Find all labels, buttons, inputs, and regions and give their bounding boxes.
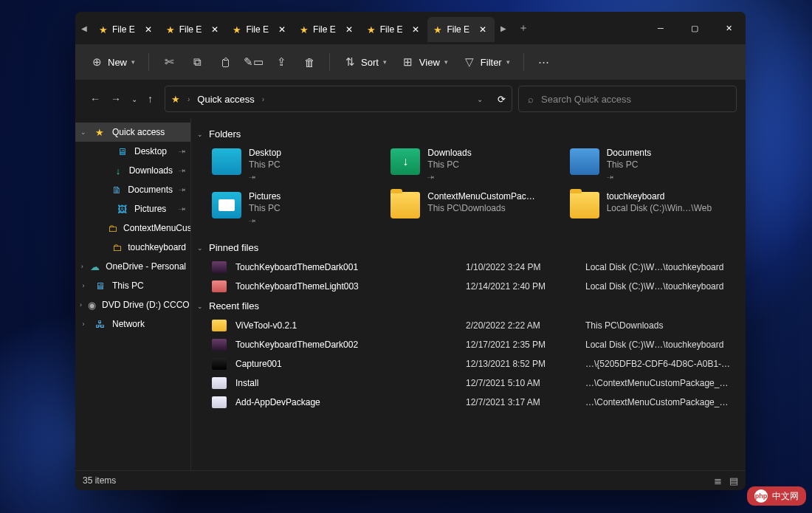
tab-label: File E: [112, 24, 135, 35]
sidebar-item[interactable]: ›🖥︎This PC: [75, 276, 190, 295]
chevron-icon: ›: [80, 301, 82, 309]
file-row[interactable]: TouchKeyboardThemeDark0011/10/2022 3:24 …: [197, 258, 734, 277]
sort-button[interactable]: ⇅ Sort ▾: [337, 51, 393, 73]
folder-item[interactable]: 🖼︎PicturesThis PC📌︎: [212, 190, 376, 227]
up-button[interactable]: ↑: [148, 93, 153, 105]
close-icon[interactable]: ✕: [340, 22, 358, 37]
pin-icon: 📌︎: [177, 185, 188, 196]
file-date: 12/13/2021 8:52 PM: [466, 359, 577, 369]
file-row[interactable]: Capture00112/13/2021 8:52 PM…\{5205DFB2-…: [197, 354, 734, 373]
tab[interactable]: ★ File E ✕: [294, 17, 361, 42]
close-icon[interactable]: ✕: [206, 22, 224, 37]
refresh-button[interactable]: ⟳: [498, 94, 506, 105]
sidebar-item[interactable]: 🗎Documents📌︎: [75, 180, 190, 199]
file-name: TouchKeyboardThemeDark002: [235, 340, 457, 350]
share-icon: ⇪: [275, 55, 288, 69]
pictures-icon: 🖼︎: [115, 203, 128, 215]
sidebar-item[interactable]: 🖼︎Pictures📌︎: [75, 199, 190, 218]
address-bar[interactable]: ★ › Quick access › ⌄ ⟳: [165, 86, 512, 112]
file-row[interactable]: ViVeTool-v0.2.12/20/2022 2:22 AMThis PC\…: [197, 316, 734, 335]
tab[interactable]: ★ File E ✕: [361, 17, 428, 42]
group-label: Recent files: [209, 300, 259, 311]
details-view-button[interactable]: ≣: [714, 475, 722, 486]
sidebar-item[interactable]: ›◉DVD Drive (D:) CCCO: [75, 295, 190, 314]
back-button[interactable]: ←: [90, 93, 100, 105]
sidebar-label: Quick access: [112, 127, 165, 137]
sidebar-item[interactable]: 🗀ContextMenuCust: [75, 218, 190, 238]
minimize-button[interactable]: ─: [644, 16, 678, 40]
file-row[interactable]: TouchKeyboardThemeLight00312/14/2021 2:4…: [197, 277, 734, 296]
address-dropdown[interactable]: ⌄: [477, 95, 483, 103]
sidebar-item[interactable]: ›☁OneDrive - Personal: [75, 257, 190, 276]
cut-button[interactable]: ✄: [156, 51, 182, 73]
sidebar-item[interactable]: ↓Downloads📌︎: [75, 161, 190, 180]
sidebar-item[interactable]: 🖥︎Desktop📌︎: [75, 142, 190, 161]
titlebar: ◀ ★ File E ✕ ★ File E ✕ ★ File E ✕ ★ Fil…: [75, 12, 746, 44]
close-icon[interactable]: ✕: [273, 22, 291, 37]
view-button[interactable]: ⊞ View ▾: [396, 51, 454, 73]
filter-icon: ▽: [463, 55, 476, 69]
folder-name: touchkeyboard: [607, 190, 712, 202]
folder-name: Desktop: [249, 147, 281, 159]
paste-button[interactable]: 📋︎: [213, 52, 238, 73]
delete-button[interactable]: 🗑︎: [297, 52, 322, 73]
file-date: 2/20/2022 2:22 AM: [466, 320, 577, 331]
tab-label: File E: [380, 24, 403, 35]
navbar: ← → ⌄ ↑ ★ › Quick access › ⌄ ⟳ ⌕ Search …: [75, 80, 746, 118]
close-icon[interactable]: ✕: [407, 22, 424, 37]
search-input[interactable]: ⌕ Search Quick access: [518, 86, 737, 112]
more-button[interactable]: ⋯: [531, 51, 557, 73]
share-button[interactable]: ⇪: [269, 51, 294, 73]
file-name: Add-AppDevPackage: [235, 397, 457, 407]
folder-item[interactable]: DesktopThis PC📌︎: [212, 147, 376, 183]
file-explorer-window: ◀ ★ File E ✕ ★ File E ✕ ★ File E ✕ ★ Fil…: [75, 12, 746, 490]
sort-icon: ⇅: [343, 55, 357, 69]
file-date: 12/17/2021 2:35 PM: [466, 340, 577, 350]
tab-active[interactable]: ★ File E ✕: [427, 17, 495, 42]
maximize-button[interactable]: ▢: [678, 16, 712, 40]
new-button[interactable]: ⊕ New ▾: [84, 51, 141, 73]
folder-item[interactable]: ContextMenuCustomPac…This PC\Downloads: [390, 190, 554, 227]
sidebar-item[interactable]: ›🖧Network: [75, 314, 190, 334]
rename-button[interactable]: ✎▭: [241, 51, 266, 73]
window-controls: ─ ▢ ✕: [644, 16, 746, 40]
tab[interactable]: ★ File E ✕: [160, 17, 227, 42]
watermark-text: 中文网: [772, 490, 799, 503]
recent-locations-button[interactable]: ⌄: [131, 95, 137, 103]
tab-scroll-left[interactable]: ◀: [75, 24, 93, 32]
sidebar-item[interactable]: 🗀touchkeyboard: [75, 238, 190, 257]
close-icon[interactable]: ✕: [140, 22, 157, 37]
tab[interactable]: ★ File E ✕: [227, 17, 294, 42]
group-header-folders[interactable]: ⌄ Folders: [197, 124, 734, 144]
copy-button[interactable]: ⧉: [185, 51, 210, 73]
forward-button[interactable]: →: [111, 93, 121, 105]
folder-item[interactable]: DocumentsThis PC📌︎: [570, 147, 734, 183]
folder-item[interactable]: ↓DownloadsThis PC📌︎: [390, 147, 554, 183]
file-row[interactable]: Install12/7/2021 5:10 AM…\ContextMenuCus…: [197, 373, 734, 393]
sidebar-label: Downloads: [129, 165, 173, 176]
view-icon: ⊞: [402, 55, 415, 69]
star-icon: ★: [433, 24, 442, 35]
close-button[interactable]: ✕: [712, 16, 746, 40]
trash-icon: 🗑︎: [303, 56, 316, 69]
group-header-recent[interactable]: ⌄ Recent files: [197, 296, 734, 316]
close-icon[interactable]: ✕: [474, 22, 492, 37]
folder-item[interactable]: touchkeyboardLocal Disk (C:)\Win…\Web: [570, 190, 734, 227]
file-row[interactable]: Add-AppDevPackage12/7/2021 3:17 AM…\Cont…: [197, 393, 734, 412]
new-tab-button[interactable]: ＋: [512, 21, 534, 35]
chevron-down-icon: ▾: [383, 58, 387, 66]
star-icon: ★: [367, 24, 376, 35]
filter-button[interactable]: ▽ Filter ▾: [457, 51, 516, 73]
address-segment[interactable]: Quick access: [197, 94, 254, 105]
large-icons-button[interactable]: ▤: [729, 475, 738, 486]
file-name: Install: [235, 378, 457, 388]
pin-icon: 📌︎: [177, 146, 188, 157]
tab-scroll-right[interactable]: ▶: [495, 24, 512, 32]
downloads-icon: ↓: [113, 165, 123, 176]
paste-icon: 📋︎: [219, 56, 232, 69]
file-row[interactable]: TouchKeyboardThemeDark00212/17/2021 2:35…: [197, 335, 734, 354]
sidebar-item[interactable]: ⌄★Quick access: [75, 123, 190, 142]
tab[interactable]: ★ File E ✕: [93, 17, 160, 42]
group-header-pinned[interactable]: ⌄ Pinned files: [197, 238, 734, 258]
file-thumbnail-icon: [212, 280, 227, 292]
